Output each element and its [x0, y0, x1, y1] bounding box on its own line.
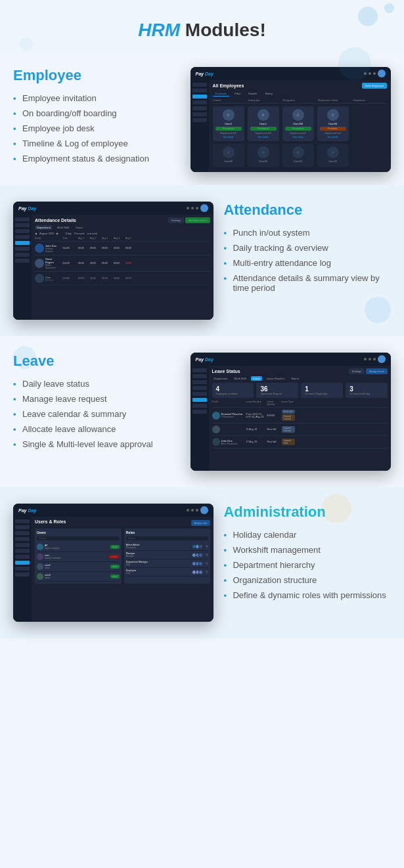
leave-stat-4: 3 On leave (multi day) — [346, 383, 388, 398]
leave-main: Leave Status Settings Assign leave Depar… — [209, 366, 391, 471]
leave-stat-label-3: On leave (Single day) — [305, 393, 339, 395]
invite-employee-button[interactable]: Invite Employee — [362, 83, 387, 89]
leave-tab-leave[interactable]: Leave — [251, 376, 262, 381]
attendance-month-nav: ◀ August 2023 ▶ Today This week Last wee… — [35, 232, 210, 235]
tab-filter[interactable]: Filter — [232, 91, 243, 97]
admin-role-avatars-4 — [193, 570, 203, 575]
att-sidebar-4 — [15, 235, 30, 239]
attendance-logo: PayDay — [18, 206, 36, 211]
employee-page-title: All Employees — [213, 83, 244, 88]
card-shift-1: Regular work shift — [215, 132, 242, 135]
admin-user-avatar-1 — [37, 544, 43, 550]
admin-user-avatar-2 — [37, 553, 43, 560]
admin-roles-col: Roles Search Admin Admin Permission — [124, 529, 211, 584]
tab-employee[interactable]: Employee — [213, 91, 230, 97]
att-tab-shift[interactable]: Work Shift — [55, 225, 71, 230]
tab-salary[interactable]: Salary — [263, 91, 275, 97]
leave-logo: PayDay — [196, 357, 213, 362]
att-sidebar-1 — [15, 217, 30, 221]
admin-roles-title: Roles — [126, 531, 209, 534]
employee-header-bar: All Employees Invite Employee — [213, 83, 387, 89]
leave-tab-duration[interactable]: Leave Duration — [265, 376, 286, 381]
admin-ctrl-3 — [196, 509, 198, 511]
leave-sb-2 — [192, 374, 207, 378]
leave-settings-button[interactable]: Settings — [349, 368, 365, 374]
admin-users-title: Users — [37, 531, 120, 534]
prev-month-icon[interactable]: ◀ — [35, 232, 37, 235]
card-avatar-3: U — [292, 109, 304, 121]
emp-card-4: U User99 Probation Regular work shift Vi… — [317, 106, 349, 141]
att-total-3: 154:00 — [62, 277, 77, 280]
admin-ctrl-1 — [187, 509, 189, 511]
att-tab-users[interactable]: Users — [74, 225, 84, 230]
leave-stat-3: 1 On leave (Single day) — [301, 383, 343, 398]
admin-users-search[interactable]: Search — [37, 536, 120, 540]
leave-tab-teams[interactable]: Teams — [289, 376, 301, 381]
admin-sb-1 — [15, 519, 30, 523]
leave-days-2: Rest half — [267, 428, 281, 431]
leave-stat-1: 4 Employees on leaves — [212, 383, 254, 398]
add-attendance-button[interactable]: Add Attendance — [185, 217, 210, 223]
tab-disable[interactable]: Disable — [246, 91, 259, 97]
admin-roles-search-placeholder: Search — [128, 537, 135, 540]
employee-body: All Employees Invite Employee Employee F… — [191, 80, 391, 172]
att-ctrl-3 — [196, 207, 198, 209]
leave-days-1: 8:00:00 — [267, 414, 281, 417]
leave-stat-label-2: Total leaves Request — [260, 393, 294, 395]
leave-col-dates: Leave Duration — [246, 401, 266, 406]
card-avatar-2: U — [258, 109, 269, 121]
card-details-4[interactable]: View details — [320, 136, 346, 139]
leave-mockup-window: PayDay — [191, 353, 391, 471]
attendance-page-title: Attendance Details — [35, 218, 76, 223]
leave-avatar-3 — [212, 438, 220, 446]
att-role-2: Admin Department — [45, 264, 61, 269]
leave-sub-1: IT Department — [221, 416, 242, 418]
assign-leave-button[interactable]: Assign leave — [366, 368, 388, 374]
card-badge-2: Permanent — [250, 127, 277, 131]
attendance-bullets: Punch in/out system Daily tracking & ove… — [223, 228, 391, 293]
att-profile-2: Steve Rogers Admin Department — [35, 257, 61, 269]
card-avatar-8: U — [327, 146, 339, 158]
admin-header-row: Users & Roles Assign role — [35, 519, 210, 526]
leave-bullet-1: Daily leave status — [13, 379, 181, 389]
att-t3-1: 09:00 — [78, 277, 89, 280]
att-tab-dept[interactable]: Department — [35, 225, 53, 230]
leave-header-row: Leave Status Settings Assign leave — [212, 368, 388, 374]
card-name-3: User100 — [285, 122, 311, 125]
admin-roles-search[interactable]: Search — [126, 536, 209, 540]
admin-controls — [187, 506, 208, 514]
leave-dates-2: 15 Aug, 23 — [246, 428, 266, 431]
admin-user-row-3: user2 admin active — [37, 562, 120, 572]
card-details-3[interactable]: View details — [285, 136, 311, 139]
attendance-main: Attendance Details Settings Add Attendan… — [32, 215, 213, 320]
leave-days-3: Rest half — [267, 441, 281, 443]
attendance-bullet-2: Daily tracking & overview — [223, 243, 391, 253]
employee-bullet-1: Employee invitation — [13, 93, 181, 103]
admin-role-row-4: Employee View ✎ — [126, 568, 209, 576]
leave-profile-2 — [212, 425, 245, 433]
administration-title: Administration — [223, 504, 391, 521]
admin-edit-icon-2[interactable]: ✎ — [206, 553, 208, 557]
admin-user-row-1: AP admin, employee active — [37, 542, 120, 552]
card-shift-2: Regular work shift — [250, 132, 277, 135]
attendance-settings-button[interactable]: Settings — [168, 217, 184, 223]
admin-mini-avatar-1-3 — [198, 544, 203, 549]
card-details-1[interactable]: View details — [215, 136, 242, 139]
assign-role-button[interactable]: Assign role — [191, 520, 211, 526]
admin-badge-4: active — [110, 575, 120, 578]
leave-tab-shift[interactable]: Work Shift — [232, 376, 248, 381]
admin-badge-1: active — [110, 545, 120, 549]
att-sidebar-3 — [15, 229, 30, 233]
leave-badge-type-3: Unpaid Sick — [282, 439, 295, 445]
leave-avatar-2 — [212, 425, 220, 433]
att-t1-4: 09:00 — [114, 247, 124, 250]
admin-edit-icon-3[interactable]: ✎ — [206, 561, 208, 565]
admin-edit-icon-1[interactable]: ✎ — [206, 544, 208, 548]
leave-tab-dept[interactable]: Department — [212, 376, 230, 381]
next-month-icon[interactable]: ▶ — [56, 232, 58, 235]
card-details-2[interactable]: View details — [250, 136, 277, 139]
admin-mini-avatar-2-3 — [198, 553, 203, 557]
admin-edit-icon-4[interactable]: ✎ — [206, 570, 208, 574]
leave-titlebar: PayDay — [191, 353, 391, 366]
attendance-title: Attendance — [223, 202, 391, 219]
